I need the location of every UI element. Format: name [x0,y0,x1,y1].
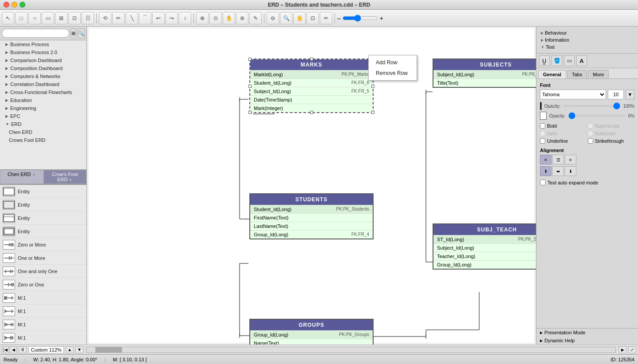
subjects-table[interactable]: SUBJECTS Subject_Id(Long) PK:PK_Subjects… [433,59,536,88]
ctx-add-row[interactable]: Add Row [369,57,417,68]
zoom-plus[interactable]: + [380,15,383,22]
text-color-swatch[interactable] [540,102,542,110]
sidebar-item-correlation-dashboard[interactable]: ▶Correlation Dashboard [0,80,87,88]
shape-entity-3[interactable]: Entity [0,211,87,225]
zoom-step-up[interactable]: ▲ [66,346,74,353]
align-center-btn[interactable]: ☰ [552,155,564,164]
sidebar-item-business-process[interactable]: ▶Business Process [0,40,87,48]
text-tool[interactable]: ▭ [42,12,54,24]
handle-br[interactable] [371,111,374,114]
move-tool[interactable]: ✋ [223,12,235,24]
students-row-2[interactable]: FirstName(Text) [250,213,373,222]
sidebar-item-comparison-dashboard[interactable]: ▶Comparison Dashboard [0,56,87,64]
underline-format-btn[interactable]: U̲ [539,55,550,66]
list-tool[interactable]: ☷ [82,12,94,24]
connect-tool[interactable]: ⟲ [99,12,111,24]
nav-back[interactable]: ◀ [10,346,17,353]
sidebar-item-cross-functional[interactable]: ▶Cross-Functional Flowcharts [0,88,87,96]
tree-text[interactable]: ▼ Text [539,43,635,51]
search-button[interactable]: 🔍 [78,28,85,38]
sidebar-item-chen-erd[interactable]: Chen ERD [0,128,87,136]
bg-color-swatch[interactable] [540,112,547,120]
subj-teach-row-1[interactable]: ST_Id(Long) PK:PK_Subj_Teach [433,235,536,243]
arrow-tool[interactable]: ↕ [179,12,191,24]
sidebar-item-erd[interactable]: ▼ERD [0,120,87,128]
sidebar-item-composition-dashboard[interactable]: ▶Composition Dashboard [0,64,87,72]
groups-row-2[interactable]: Name(Text) [250,339,373,344]
students-row-4[interactable]: Group_Id(Long) FK:FR_4 [250,230,373,239]
underline-checkbox-row[interactable]: Underline [540,138,587,144]
ctx-remove-row[interactable]: Remove Row [369,68,417,78]
sidebar-item-education[interactable]: ▶Education [0,96,87,104]
sidebar-item-crows-foot-erd[interactable]: Crows Foot ERD [0,136,87,144]
pan-btn[interactable]: 🖐 [293,12,306,24]
shape-entity-2[interactable]: Entity [0,198,87,211]
font-size-input[interactable] [608,90,624,99]
shape-zero-or-one[interactable]: Zero or One [0,278,87,291]
text-auto-expand-checkbox[interactable] [540,180,546,185]
fit-btn[interactable]: ⊡ [307,12,319,24]
align-left-btn[interactable]: ≡ [540,155,551,164]
students-table[interactable]: STUDENTS Student_Id(Long) PK:PK_Students… [249,193,374,239]
text-format-btn[interactable]: A [576,55,587,66]
bold-checkbox-row[interactable]: Bold [540,123,587,129]
lasso-tool[interactable]: ⊕ [196,12,209,24]
groups-row-1[interactable]: Group_Id(Long) PK:PK_Groups [250,330,373,339]
shape-m1-1[interactable]: M:1 [0,291,87,305]
handle-tl[interactable] [248,58,252,61]
grid-view-button[interactable]: ⊞ [71,28,76,38]
subjects-row-1[interactable]: Subject_Id(Long) PK:PK_Subjects [433,70,536,78]
underline-checkbox[interactable] [540,138,545,144]
presentation-mode-item[interactable]: ▶ Presentation Mode [536,329,638,337]
sidebar-item-epc[interactable]: ▶EPC [0,112,87,120]
opacity-slider-2[interactable] [568,115,626,117]
search-input[interactable] [2,29,69,38]
zoom-step-down[interactable]: ▼ [75,346,83,353]
sidebar-item-business-process-2[interactable]: ▶Business Process 2.0 [0,48,87,56]
select-tool[interactable]: ↖ [2,12,14,24]
rect-tool[interactable]: □ [15,12,28,24]
minimize-button[interactable] [12,2,17,8]
nav-prev[interactable]: |◀ [2,346,9,353]
marks-row-4[interactable]: Date(TimeStamp) [250,95,373,104]
font-family-select[interactable]: Tahoma [540,90,606,99]
zoom-in-btn[interactable]: 🔍 [280,12,292,24]
search-canvas-tool[interactable]: ⊙ [209,12,222,24]
align-middle-btn[interactable]: ⬌ [552,166,564,176]
opacity-slider-1[interactable] [563,105,620,107]
zoom-reset[interactable]: ⊖ [267,12,279,24]
undo-tool[interactable]: ↩ [152,12,165,24]
tab-chen-erd[interactable]: Chen ERD ✕ [0,170,43,184]
pencil-btn[interactable]: ✏ [320,12,332,24]
shape-entity-1[interactable]: Entity [0,185,87,198]
zoom-minus[interactable]: – [337,15,341,22]
align-top-btn[interactable]: ⬆ [540,166,551,176]
handle-tm[interactable] [310,58,313,61]
marks-table[interactable]: MARKS MarkId(Long) PK:PK_Marks Student_I… [249,59,374,113]
redo-tool[interactable]: ↪ [165,12,178,24]
shape-m1-3[interactable]: M:1 [0,318,87,331]
scroll-right-btn[interactable]: ▶ [618,346,626,353]
shape-m1-4[interactable]: M:1 [0,331,87,344]
zoom-slider[interactable] [343,15,378,22]
rect-format-btn[interactable]: ▭ [564,55,575,66]
superscript-checkbox-row[interactable]: Superscript [588,123,635,129]
bold-checkbox[interactable] [540,123,545,129]
shape-m1-2[interactable]: M:1 [0,305,87,318]
shape-entity-4[interactable]: Entity [0,225,87,238]
sidebar-item-computers-networks[interactable]: ▶Computers & Networks [0,72,87,80]
shape-one-or-more[interactable]: One or More [0,251,87,265]
pen-tool[interactable]: ✏ [112,12,125,24]
rpanel-tab-general[interactable]: General [538,70,566,78]
strikethrough-checkbox-row[interactable]: Strikethrough [588,138,635,144]
canvas[interactable]: MARKS MarkId(Long) PK:PK_Marks Student_I… [89,28,534,343]
maximize-button[interactable] [20,2,25,8]
fill-format-btn[interactable]: 🪣 [551,55,562,66]
horizontal-scrollbar[interactable] [86,347,616,353]
marks-row-1[interactable]: MarkId(Long) PK:PK_Marks [250,70,373,78]
students-row-1[interactable]: Student_Id(Long) PK:PK_Students [250,205,373,213]
canvas-area[interactable]: MARKS MarkId(Long) PK:PK_Marks Student_I… [87,27,536,344]
table-tool[interactable]: ⊞ [55,12,67,24]
subjects-row-2[interactable]: Title(Text) [433,78,536,87]
students-row-3[interactable]: LastName(Text) [250,222,373,230]
